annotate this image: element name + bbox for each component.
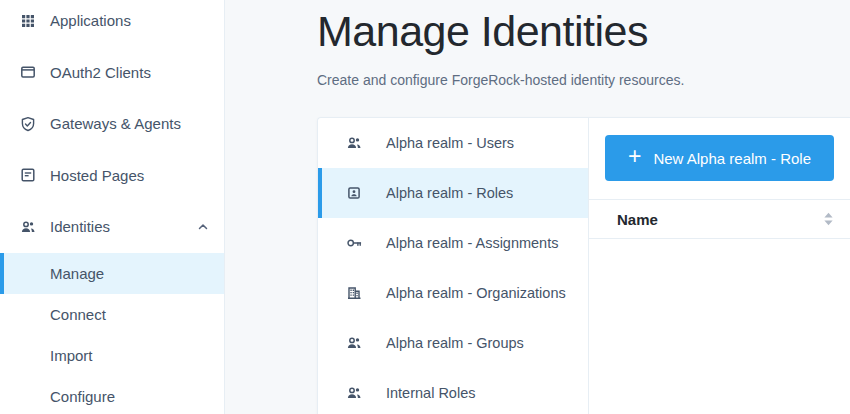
sidebar-item-label: OAuth2 Clients bbox=[50, 64, 209, 81]
identity-resource-list: Alpha realm - UsersAlpha realm - RolesAl… bbox=[318, 118, 589, 414]
plus-icon: + bbox=[628, 145, 641, 168]
users-icon bbox=[346, 335, 362, 351]
sidebar-item-connect[interactable]: Connect bbox=[0, 294, 224, 335]
sidebar-item-label: Applications bbox=[50, 12, 209, 29]
list-item-label: Alpha realm - Users bbox=[386, 135, 514, 151]
list-item-alpha-realm-users[interactable]: Alpha realm - Users bbox=[318, 118, 588, 168]
sidebar-item-label: Hosted Pages bbox=[50, 167, 209, 184]
sidebar-subitem-label: Configure bbox=[50, 388, 115, 405]
building-icon bbox=[346, 285, 362, 301]
users-icon bbox=[346, 385, 362, 401]
sidebar-subitem-label: Import bbox=[50, 347, 93, 364]
identities-card: Alpha realm - UsersAlpha realm - RolesAl… bbox=[317, 117, 850, 414]
main-content: Manage Identities Create and configure F… bbox=[225, 0, 850, 414]
list-item-label: Internal Roles bbox=[386, 385, 475, 401]
sidebar-item-identities[interactable]: Identities bbox=[0, 201, 224, 253]
sidebar-item-oauth2-clients[interactable]: OAuth2 Clients bbox=[0, 47, 224, 99]
sidebar-subitem-label: Manage bbox=[50, 265, 104, 282]
users-icon bbox=[20, 219, 36, 235]
list-item-label: Alpha realm - Roles bbox=[386, 185, 513, 201]
new-role-button-label: New Alpha realm - Role bbox=[653, 150, 811, 167]
list-item-label: Alpha realm - Assignments bbox=[386, 235, 558, 251]
roles-panel: + New Alpha realm - Role Name bbox=[589, 118, 850, 414]
sidebar-item-manage[interactable]: Manage bbox=[0, 253, 224, 294]
list-item-alpha-realm-roles[interactable]: Alpha realm - Roles bbox=[318, 168, 588, 218]
badge-icon bbox=[346, 185, 362, 201]
sidebar-item-label: Gateways & Agents bbox=[50, 115, 209, 132]
sidebar-nav: ApplicationsOAuth2 ClientsGateways & Age… bbox=[0, 0, 224, 414]
sidebar-item-applications[interactable]: Applications bbox=[0, 0, 224, 47]
sidebar-item-configure[interactable]: Configure bbox=[0, 376, 224, 414]
page-icon bbox=[20, 167, 36, 183]
shield-check-icon bbox=[20, 116, 36, 132]
users-icon bbox=[346, 135, 362, 151]
sidebar-item-label: Identities bbox=[50, 218, 197, 235]
key-icon bbox=[346, 235, 362, 251]
sidebar-item-import[interactable]: Import bbox=[0, 335, 224, 376]
sidebar-item-hosted-pages[interactable]: Hosted Pages bbox=[0, 150, 224, 202]
list-item-label: Alpha realm - Organizations bbox=[386, 285, 566, 301]
table-body bbox=[589, 239, 850, 414]
new-alpha-realm-role-button[interactable]: + New Alpha realm - Role bbox=[605, 135, 834, 181]
browser-window-icon bbox=[20, 64, 36, 80]
list-item-alpha-realm-groups[interactable]: Alpha realm - Groups bbox=[318, 318, 588, 368]
list-item-label: Alpha realm - Groups bbox=[386, 335, 524, 351]
chevron-up-icon bbox=[197, 221, 209, 233]
app-root: ApplicationsOAuth2 ClientsGateways & Age… bbox=[0, 0, 850, 414]
sidebar-subitem-label: Connect bbox=[50, 306, 106, 323]
column-header-name[interactable]: Name bbox=[617, 211, 823, 228]
list-item-internal-roles[interactable]: Internal Roles bbox=[318, 368, 588, 414]
apps-grid-icon bbox=[20, 13, 36, 29]
table-header-row: Name bbox=[589, 199, 850, 239]
list-item-alpha-realm-organizations[interactable]: Alpha realm - Organizations bbox=[318, 268, 588, 318]
page-title: Manage Identities bbox=[317, 6, 850, 56]
sidebar-item-gateways-agents[interactable]: Gateways & Agents bbox=[0, 98, 224, 150]
list-item-alpha-realm-assignments[interactable]: Alpha realm - Assignments bbox=[318, 218, 588, 268]
sort-icon[interactable] bbox=[823, 211, 834, 227]
page-subtitle: Create and configure ForgeRock-hosted id… bbox=[317, 70, 850, 90]
sidebar: ApplicationsOAuth2 ClientsGateways & Age… bbox=[0, 0, 225, 414]
